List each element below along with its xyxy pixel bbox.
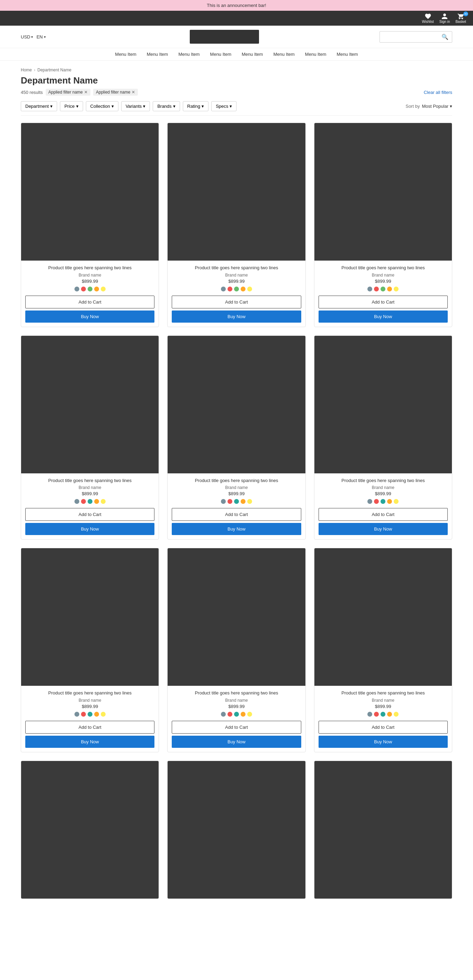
nav-item-1[interactable]: Menu Item	[115, 52, 136, 57]
nav-item-5[interactable]: Menu Item	[242, 52, 263, 57]
color-swatch[interactable]	[374, 712, 379, 717]
color-swatch[interactable]	[227, 499, 232, 504]
nav-item-8[interactable]: Menu Item	[336, 52, 358, 57]
color-swatch[interactable]	[241, 286, 246, 291]
product-image[interactable]	[314, 761, 452, 899]
color-swatch[interactable]	[81, 286, 86, 291]
specs-filter[interactable]: Specs ▾	[211, 101, 236, 111]
color-swatch[interactable]	[75, 286, 79, 291]
nav-item-2[interactable]: Menu Item	[147, 52, 168, 57]
search-input[interactable]	[383, 34, 441, 40]
color-swatch[interactable]	[101, 286, 106, 291]
color-swatch[interactable]	[387, 712, 392, 717]
color-swatch[interactable]	[75, 712, 79, 717]
search-icon[interactable]: 🔍	[441, 33, 448, 40]
nav-item-6[interactable]: Menu Item	[273, 52, 294, 57]
department-filter[interactable]: Department ▾	[21, 101, 57, 111]
price-filter[interactable]: Price ▾	[60, 101, 83, 111]
product-image[interactable]	[21, 548, 159, 686]
add-to-cart-button[interactable]: Add to Cart	[172, 721, 301, 733]
color-swatch[interactable]	[94, 712, 99, 717]
color-swatch[interactable]	[247, 286, 252, 291]
product-image[interactable]	[21, 336, 159, 473]
add-to-cart-button[interactable]: Add to Cart	[319, 296, 448, 309]
color-swatch[interactable]	[221, 712, 226, 717]
color-swatch[interactable]	[374, 499, 379, 504]
color-swatch[interactable]	[94, 286, 99, 291]
color-swatch[interactable]	[387, 499, 392, 504]
clear-all-filters[interactable]: Clear all filters	[424, 90, 452, 95]
brands-filter[interactable]: Brands ▾	[153, 101, 180, 111]
buy-now-button[interactable]: Buy Now	[319, 736, 448, 748]
add-to-cart-button[interactable]: Add to Cart	[25, 721, 154, 733]
color-swatch[interactable]	[81, 712, 86, 717]
color-swatch[interactable]	[227, 286, 232, 291]
color-swatch[interactable]	[381, 499, 386, 504]
language-selector[interactable]: EN ▾	[37, 34, 45, 40]
currency-selector[interactable]: USD ▾	[21, 34, 33, 40]
color-swatch[interactable]	[87, 286, 92, 291]
color-swatch[interactable]	[101, 499, 106, 504]
product-image[interactable]	[21, 123, 159, 261]
color-swatch[interactable]	[247, 712, 252, 717]
color-swatch[interactable]	[367, 499, 372, 504]
add-to-cart-button[interactable]: Add to Cart	[25, 508, 154, 521]
color-swatch[interactable]	[367, 712, 372, 717]
color-swatch[interactable]	[394, 499, 398, 504]
color-swatch[interactable]	[234, 712, 239, 717]
color-swatch[interactable]	[241, 712, 246, 717]
buy-now-button[interactable]: Buy Now	[319, 523, 448, 535]
buy-now-button[interactable]: Buy Now	[172, 736, 301, 748]
nav-item-3[interactable]: Menu Item	[178, 52, 200, 57]
color-swatch[interactable]	[394, 286, 398, 291]
color-swatch[interactable]	[87, 499, 92, 504]
color-swatch[interactable]	[234, 499, 239, 504]
buy-now-button[interactable]: Buy Now	[172, 523, 301, 535]
sort-select[interactable]: Most Popular ▾	[422, 103, 452, 109]
color-swatch[interactable]	[367, 286, 372, 291]
add-to-cart-button[interactable]: Add to Cart	[172, 508, 301, 521]
color-swatch[interactable]	[227, 712, 232, 717]
buy-now-button[interactable]: Buy Now	[319, 310, 448, 323]
buy-now-button[interactable]: Buy Now	[172, 310, 301, 323]
product-image[interactable]	[314, 123, 452, 261]
color-swatch[interactable]	[234, 286, 239, 291]
color-swatch[interactable]	[221, 499, 226, 504]
product-image[interactable]	[168, 761, 305, 899]
color-swatch[interactable]	[75, 499, 79, 504]
color-swatch[interactable]	[387, 286, 392, 291]
product-image[interactable]	[314, 336, 452, 473]
color-swatch[interactable]	[221, 286, 226, 291]
collection-filter[interactable]: Collection ▾	[86, 101, 118, 111]
product-image[interactable]	[168, 336, 305, 473]
product-image[interactable]	[314, 548, 452, 686]
remove-filter-1-icon[interactable]: ✕	[84, 90, 87, 95]
add-to-cart-button[interactable]: Add to Cart	[319, 508, 448, 521]
basket-nav-item[interactable]: 30 Basket	[456, 13, 466, 24]
buy-now-button[interactable]: Buy Now	[25, 736, 154, 748]
color-swatch[interactable]	[81, 499, 86, 504]
nav-item-7[interactable]: Menu Item	[305, 52, 326, 57]
signin-nav-item[interactable]: Sign in	[440, 13, 450, 24]
variants-filter[interactable]: Variants ▾	[121, 101, 150, 111]
product-image[interactable]	[168, 548, 305, 686]
product-image[interactable]	[168, 123, 305, 261]
add-to-cart-button[interactable]: Add to Cart	[25, 296, 154, 309]
wishlist-nav-item[interactable]: Wishlist	[422, 13, 433, 24]
color-swatch[interactable]	[241, 499, 246, 504]
nav-item-4[interactable]: Menu Item	[210, 52, 231, 57]
color-swatch[interactable]	[374, 286, 379, 291]
color-swatch[interactable]	[247, 499, 252, 504]
buy-now-button[interactable]: Buy Now	[25, 523, 154, 535]
color-swatch[interactable]	[101, 712, 106, 717]
color-swatch[interactable]	[381, 286, 386, 291]
product-image[interactable]	[21, 761, 159, 899]
breadcrumb-home[interactable]: Home	[21, 68, 32, 72]
rating-filter[interactable]: Rating ▾	[183, 101, 209, 111]
color-swatch[interactable]	[381, 712, 386, 717]
color-swatch[interactable]	[394, 712, 398, 717]
color-swatch[interactable]	[94, 499, 99, 504]
remove-filter-2-icon[interactable]: ✕	[132, 90, 135, 95]
add-to-cart-button[interactable]: Add to Cart	[172, 296, 301, 309]
logo[interactable]	[190, 30, 259, 44]
